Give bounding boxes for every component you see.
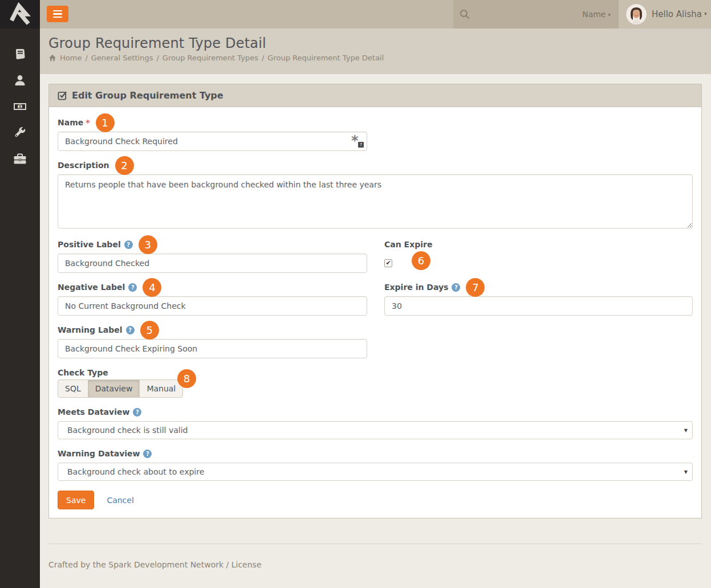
callout-badge-3: 3 (139, 235, 157, 254)
required-indicator: * (86, 118, 90, 127)
can-expire-field-group: Can Expire ✔ 6 (384, 239, 693, 273)
check-type-dataview-button[interactable]: Dataview (88, 379, 140, 398)
can-expire-label: Can Expire (384, 240, 432, 249)
save-button[interactable]: Save (58, 491, 94, 509)
page-title: Group Requirement Type Detail (48, 35, 702, 51)
chevron-down-icon: ▾ (608, 12, 611, 18)
sidebar-item-person[interactable] (0, 74, 40, 87)
edit-panel: Edit Group Requirement Type Name * 1 (48, 84, 702, 518)
name-field-group: Name * 1 * 7 (58, 117, 367, 151)
avatar (626, 4, 647, 24)
sidebar-item-people-book[interactable] (0, 47, 40, 61)
wrench-icon (13, 126, 27, 140)
money-icon: 1 (13, 100, 27, 113)
meets-dataview-field-group: Meets Dataview ? Background check is sti… (58, 406, 693, 439)
breadcrumb-general-settings[interactable]: General Settings (91, 54, 153, 62)
callout-badge-4: 4 (143, 278, 161, 297)
warning-label-field-group: Warning Label ? 5 (58, 324, 367, 358)
main-column: Name▾ Hello Alisha ▾ Group (40, 0, 711, 588)
meets-dataview-label: Meets Dataview (58, 407, 129, 416)
search-type-label: Name (582, 10, 606, 19)
warning-label-input[interactable] (58, 339, 367, 358)
meets-dataview-selected-value: Background check is still valid (67, 426, 188, 435)
check-type-field-group: Check Type SQL Dataview Manual 8 (58, 367, 693, 398)
search-type-dropdown[interactable]: Name▾ (582, 10, 611, 19)
can-expire-checkbox[interactable]: ✔ (384, 259, 392, 267)
panel-body: Name * 1 * 7 (49, 107, 701, 518)
breadcrumb: Home / General Settings / Group Requirem… (48, 54, 702, 62)
name-label: Name (58, 118, 83, 127)
app-root: 1 (0, 0, 711, 588)
positive-label-field-group: Positive Label ? 3 (58, 239, 367, 273)
check-type-button-group: SQL Dataview Manual (58, 379, 183, 398)
callout-badge-8: 8 (177, 369, 196, 388)
user-menu[interactable]: Hello Alisha ▾ (619, 0, 711, 28)
cancel-link[interactable]: Cancel (107, 496, 133, 505)
positive-label-label: Positive Label (58, 240, 121, 249)
breadcrumb-current[interactable]: Group Requirement Type Detail (267, 54, 384, 62)
search-icon (459, 9, 471, 21)
checkmark-icon: ✔ (385, 260, 391, 266)
negative-label-field-group: Negative Label ? 4 (58, 281, 367, 316)
warning-dataview-select[interactable]: Background check about to expire (58, 463, 693, 481)
chevron-down-icon: ▾ (704, 11, 707, 17)
help-icon[interactable]: ? (133, 408, 141, 416)
svg-text:1: 1 (18, 104, 21, 109)
book-icon (13, 47, 27, 61)
expire-in-days-field-group: Expire in Days ? 7 (384, 281, 693, 316)
menu-toggle-button[interactable] (47, 6, 68, 22)
check-type-sql-button[interactable]: SQL (58, 379, 88, 398)
check-type-label: Check Type (58, 368, 108, 377)
search-bar[interactable]: Name▾ (453, 0, 619, 28)
negative-label-input[interactable] (58, 296, 367, 316)
warning-dataview-label: Warning Dataview (58, 449, 140, 458)
user-greeting: Hello Alisha (652, 9, 702, 19)
meets-dataview-select[interactable]: Background check is still valid (58, 421, 693, 439)
hamburger-icon (53, 10, 62, 12)
license-link[interactable]: License (231, 560, 262, 569)
content-area: Edit Group Requirement Type Name * 1 (40, 74, 711, 588)
positive-label-input[interactable] (58, 254, 367, 273)
callout-badge-5: 5 (140, 321, 159, 340)
form-actions: Save Cancel (58, 491, 693, 509)
help-icon[interactable]: ? (143, 450, 152, 458)
warning-dataview-field-group: Warning Dataview ? Background check abou… (58, 448, 693, 481)
top-bar: Name▾ Hello Alisha ▾ (40, 0, 711, 28)
name-input[interactable] (58, 132, 367, 151)
sidebar: 1 (0, 0, 40, 588)
sidebar-nav: 1 (0, 28, 40, 166)
spark-development-network-link[interactable]: Spark Development Network (108, 560, 224, 569)
breadcrumb-home[interactable]: Home (60, 54, 82, 62)
page-header: Group Requirement Type Detail Home / Gen… (40, 28, 711, 74)
rock-logo-icon (7, 2, 32, 27)
description-label: Description (58, 161, 109, 170)
negative-label-label: Negative Label (58, 283, 125, 292)
description-field-group: Description 2 Returns people that have b… (58, 160, 693, 230)
check-square-icon (58, 91, 67, 100)
help-icon[interactable]: ? (452, 283, 460, 292)
help-icon[interactable]: ? (126, 326, 135, 334)
footer-credit: Crafted by the Spark Development Network… (48, 544, 702, 569)
sidebar-item-tools[interactable] (0, 126, 40, 140)
callout-badge-6: 6 (412, 251, 430, 270)
sidebar-item-workplace[interactable] (0, 152, 40, 166)
panel-title: Edit Group Requirement Type (72, 90, 224, 101)
help-icon[interactable]: ? (124, 240, 133, 249)
panel-heading: Edit Group Requirement Type (49, 84, 701, 107)
callout-badge-2: 2 (115, 156, 134, 175)
callout-badge-1: 1 (96, 113, 115, 132)
rock-logo[interactable] (0, 0, 40, 28)
help-icon[interactable]: ? (128, 283, 137, 292)
expire-in-days-input[interactable] (384, 296, 693, 316)
footer: Crafted by the Spark Development Network… (48, 544, 702, 569)
warning-label-label: Warning Label (58, 325, 123, 334)
callout-badge-7: 7 (466, 278, 485, 297)
person-icon (13, 74, 27, 87)
breadcrumb-group-requirement-types[interactable]: Group Requirement Types (162, 54, 258, 62)
check-type-manual-button[interactable]: Manual (139, 379, 183, 398)
expire-in-days-label: Expire in Days (384, 283, 448, 292)
warning-dataview-selected-value: Background check about to expire (67, 467, 204, 476)
sidebar-item-finance[interactable]: 1 (0, 100, 40, 113)
description-textarea[interactable]: Returns people that have been background… (58, 174, 693, 228)
home-icon (48, 54, 56, 62)
